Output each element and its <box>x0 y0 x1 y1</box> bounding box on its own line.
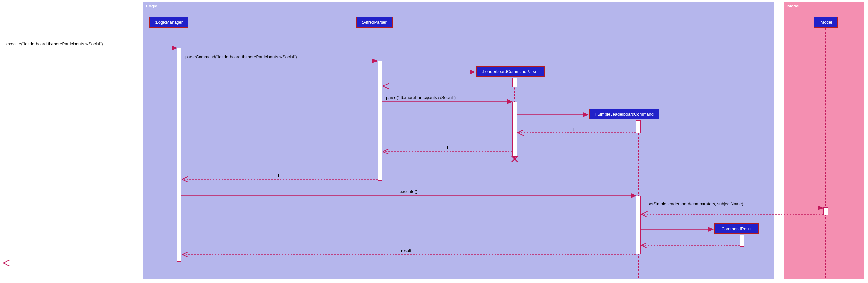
destroy-leaderboard-parser <box>510 155 519 163</box>
msg-ret-l1: l <box>573 127 574 132</box>
activation-command-result <box>740 235 744 247</box>
msg-ret-l3: l <box>278 173 279 178</box>
model-frame: Model <box>784 2 864 279</box>
msg-ret-l2: l <box>447 145 448 150</box>
activation-simple-command-1 <box>636 121 641 133</box>
activation-logic-manager <box>177 48 181 262</box>
participant-leaderboard-parser: :LeaderboardCommandParser <box>476 66 545 77</box>
msg-parse: parse(" tb/moreParticipants s/Social") <box>386 95 456 100</box>
participant-command-result: :CommandResult <box>714 223 758 234</box>
lifeline-model <box>825 29 826 278</box>
activation-leaderboard-parser-2 <box>513 102 517 157</box>
msg-parse-command: parseCommand("leaderboard tb/morePartici… <box>185 54 297 59</box>
msg-execute-in: execute("leaderboard tb/moreParticipants… <box>6 41 103 46</box>
msg-execute-cmd: execute() <box>400 189 417 194</box>
logic-frame-label: Logic <box>143 2 175 10</box>
activation-alfred-parser <box>378 61 382 181</box>
participant-simple-leaderboard-command: l:SimpleLeaderboardCommand <box>589 109 659 120</box>
participant-alfred-parser: :AlfredParser <box>356 17 393 28</box>
participant-model: :Model <box>814 17 838 28</box>
activation-simple-command-2 <box>636 196 641 254</box>
logic-frame: Logic <box>143 2 774 279</box>
msg-set-simple: setSimpleLeaderboard(comparators, subjec… <box>648 201 743 206</box>
activation-leaderboard-parser-1 <box>513 78 517 87</box>
participant-logic-manager: :LogicManager <box>149 17 188 28</box>
model-frame-label: Model <box>784 2 816 10</box>
msg-result: result <box>401 248 411 253</box>
activation-model <box>823 207 828 215</box>
